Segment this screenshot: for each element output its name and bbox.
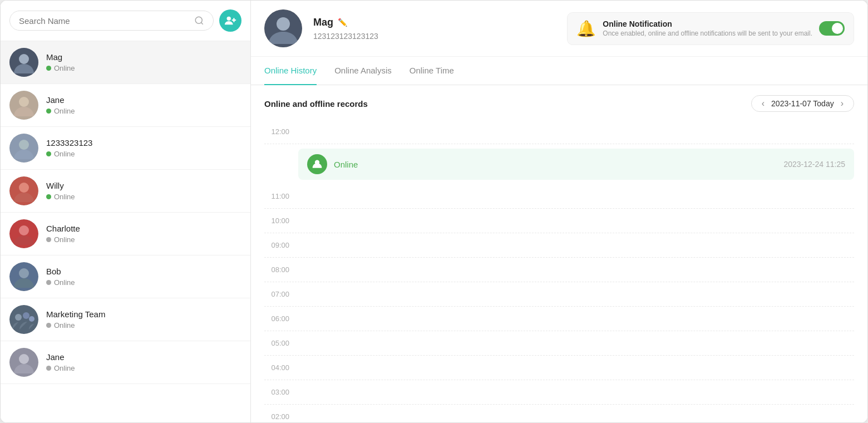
status-dot-online — [46, 151, 51, 156]
status-dot-online — [46, 66, 51, 71]
bell-icon: 🔔 — [576, 19, 596, 38]
search-icon — [194, 16, 204, 26]
profile-avatar — [264, 9, 302, 47]
contact-status: Online — [46, 107, 75, 115]
contact-status: Online — [46, 364, 75, 372]
contact-status: Online — [46, 193, 75, 201]
avatar — [9, 305, 38, 334]
avatar — [9, 348, 38, 377]
notification-toggle[interactable] — [819, 21, 845, 36]
search-input-wrap[interactable] — [9, 11, 214, 31]
svg-point-20 — [29, 316, 34, 322]
contact-name: 1233323123 — [46, 138, 92, 147]
contact-name: Willy — [46, 181, 75, 190]
notification-title: Online Notification — [603, 19, 812, 28]
contact-status: Online — [46, 64, 75, 72]
time-label: 07:00 — [264, 290, 289, 298]
profile-info: Mag ✏️ 123123123123123 — [313, 17, 556, 41]
profile-name: Mag — [313, 17, 333, 28]
time-line — [298, 294, 854, 294]
svg-point-22 — [19, 354, 29, 364]
status-dot-offline — [46, 366, 51, 371]
time-label: 09:00 — [264, 241, 289, 249]
svg-point-14 — [19, 225, 29, 235]
svg-line-1 — [201, 22, 203, 24]
contact-name: Marketing Team — [46, 309, 105, 319]
time-row: 09:00 — [264, 233, 854, 258]
date-nav: ‹ 2023-11-07 Today › — [751, 95, 854, 112]
contact-status: Online — [46, 150, 92, 158]
contact-info: Marketing Team Online — [46, 309, 105, 329]
time-label: 06:00 — [264, 314, 289, 323]
time-row: 05:00 — [264, 331, 854, 356]
time-label: 03:00 — [264, 388, 289, 396]
contact-name: Jane — [46, 95, 75, 105]
edit-icon[interactable]: ✏️ — [338, 18, 347, 27]
contact-item[interactable]: 1233323123 Online — [1, 127, 250, 170]
time-line — [298, 196, 854, 196]
avatar — [9, 262, 38, 291]
svg-point-0 — [195, 17, 202, 23]
profile-id: 123123123123123 — [313, 32, 556, 41]
time-label: 08:00 — [264, 265, 289, 274]
tab-online-history[interactable]: Online History — [264, 57, 317, 85]
time-label: 04:00 — [264, 363, 289, 372]
time-line — [298, 269, 854, 270]
contact-item[interactable]: Willy Online — [1, 170, 250, 213]
online-event-icon — [307, 154, 327, 174]
contact-name: Bob — [46, 267, 75, 276]
contact-info: Mag Online — [46, 52, 75, 72]
contact-info: Bob Online — [46, 267, 75, 287]
notification-box: 🔔 Online Notification Once enabled, onli… — [567, 12, 854, 45]
main-header: Mag ✏️ 123123123123123 🔔 Online Notifica… — [251, 1, 867, 57]
contact-name: Mag — [46, 52, 75, 62]
contact-item[interactable]: Marketing Team Online — [1, 298, 250, 341]
contact-item[interactable]: Bob Online — [1, 255, 250, 298]
contact-item[interactable]: Mag Online — [1, 41, 250, 84]
svg-point-24 — [277, 17, 290, 31]
contact-name: Jane — [46, 352, 75, 362]
avatar — [9, 134, 38, 163]
time-line — [298, 392, 854, 392]
time-row: 07:00 — [264, 282, 854, 307]
time-row: 06:00 — [264, 307, 854, 331]
avatar — [9, 48, 38, 77]
svg-point-2 — [227, 17, 231, 21]
tab-online-time[interactable]: Online Time — [410, 57, 454, 85]
time-line — [298, 367, 854, 368]
add-user-button[interactable] — [219, 9, 241, 32]
contact-status: Online — [46, 235, 80, 244]
avatar — [9, 219, 38, 248]
status-dot-online — [46, 194, 51, 199]
contact-status: Online — [46, 278, 75, 287]
time-row: 12:00 — [264, 120, 854, 144]
svg-point-12 — [19, 183, 29, 193]
tab-online-analysis[interactable]: Online Analysis — [334, 57, 392, 85]
time-row: 08:00 — [264, 258, 854, 282]
time-label: 05:00 — [264, 339, 289, 347]
notification-text: Online Notification Once enabled, online… — [603, 19, 812, 37]
contact-item[interactable]: Jane Online — [1, 341, 250, 384]
svg-point-10 — [19, 140, 29, 150]
time-row: 04:00 — [264, 356, 854, 380]
contact-item[interactable]: Charlotte Online — [1, 213, 250, 255]
date-next-button[interactable]: › — [839, 99, 846, 108]
time-line — [298, 245, 854, 245]
timeline-content: 12:00 Online 2023-12-24 11:25 — [251, 120, 867, 422]
contact-status: Online — [46, 321, 105, 329]
search-bar — [1, 1, 250, 41]
profile-name-row: Mag ✏️ — [313, 17, 556, 28]
time-label: 10:00 — [264, 217, 289, 225]
time-row: 11:00 — [264, 184, 854, 209]
search-input[interactable] — [19, 16, 190, 26]
contact-item[interactable]: Jane Online — [1, 84, 250, 127]
date-prev-button[interactable]: ‹ — [760, 99, 767, 108]
online-event-row: Online 2023-12-24 11:25 — [298, 149, 854, 180]
contact-info: Jane Online — [46, 95, 75, 115]
status-dot-offline — [46, 280, 51, 285]
contact-list: Mag Online Jane Online — [1, 41, 250, 422]
contact-info: Charlotte Online — [46, 224, 80, 244]
notification-description: Once enabled, online and offline notific… — [603, 29, 812, 37]
svg-point-6 — [19, 54, 29, 64]
contact-info: 1233323123 Online — [46, 138, 92, 158]
